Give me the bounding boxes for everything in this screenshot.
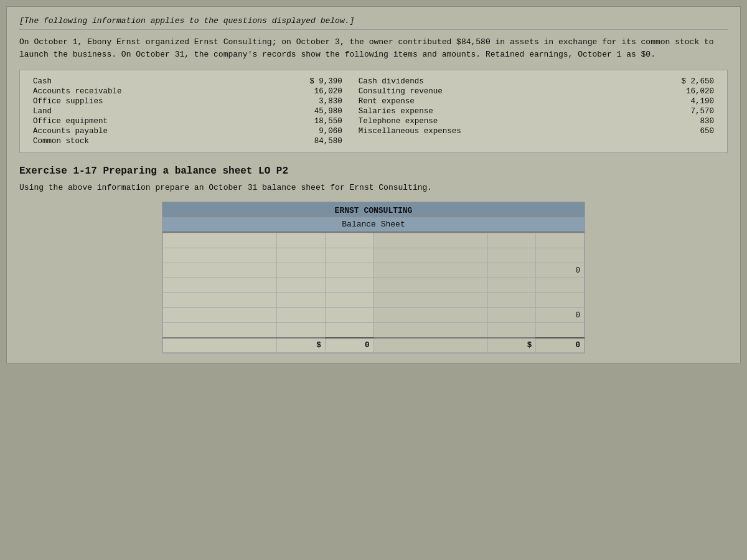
bs-cell-amount-right[interactable] <box>536 233 585 248</box>
bs-cell-amount[interactable] <box>325 278 374 293</box>
bs-cell-mid[interactable] <box>277 308 326 323</box>
table-row: Common stock 84,580 <box>29 136 718 146</box>
bs-cell-mid[interactable] <box>277 248 326 263</box>
bs-cell-label[interactable] <box>163 233 277 248</box>
bs-cell-amount[interactable] <box>325 323 374 338</box>
bs-row <box>163 248 585 263</box>
description-content: On October 1, Ebony Ernst organized Erns… <box>19 37 714 59</box>
item-amount: 650 <box>621 126 718 136</box>
item-label: Miscellaneous expenses <box>346 126 621 136</box>
bs-cell-mid[interactable] <box>277 263 326 278</box>
bs-total-dollar[interactable]: $ <box>277 338 326 353</box>
bs-total-value-right[interactable]: 0 <box>536 338 585 353</box>
bs-total-label[interactable] <box>163 338 277 353</box>
bs-row <box>163 233 585 248</box>
item-amount: 45,980 <box>250 106 346 116</box>
bs-cell-mid-right[interactable] <box>487 293 536 308</box>
item-amount: 16,020 <box>250 86 346 96</box>
bs-cell-amount[interactable] <box>325 248 374 263</box>
bs-row <box>163 293 585 308</box>
item-label: Cash dividends <box>346 77 621 86</box>
items-table: Cash $ 9,390 Cash dividends $ 2,650 Acco… <box>29 77 718 146</box>
item-amount: 84,580 <box>250 136 346 146</box>
bs-cell-label[interactable] <box>163 248 277 263</box>
balance-sheet-container: ERNST CONSULTING Balance Sheet <box>162 202 585 353</box>
table-row: Office supplies 3,830 Rent expense 4,190 <box>29 96 718 106</box>
item-amount <box>621 136 718 146</box>
item-amount: 16,020 <box>621 86 718 96</box>
bs-cell-label-right[interactable] <box>374 308 487 323</box>
bs-cell-label[interactable] <box>163 278 277 293</box>
bs-cell-label-right[interactable] <box>374 248 487 263</box>
item-label: Rent expense <box>346 96 621 106</box>
bs-cell-amount[interactable] <box>325 293 374 308</box>
bs-total-label-right[interactable] <box>374 338 487 353</box>
bs-cell-mid[interactable] <box>277 278 326 293</box>
item-amount: 3,830 <box>250 96 346 106</box>
item-label: Accounts receivable <box>29 86 250 96</box>
bs-cell-label-right[interactable] <box>374 278 487 293</box>
bs-cell-amount-right[interactable]: 0 <box>536 263 585 278</box>
item-amount: $ 2,650 <box>621 77 718 86</box>
item-amount: 18,550 <box>250 116 346 126</box>
bs-cell-mid-right[interactable] <box>487 323 536 338</box>
bs-cell-mid-right[interactable] <box>487 263 536 278</box>
bs-cell-label-right[interactable] <box>374 263 487 278</box>
item-label: Telephone expense <box>346 116 621 126</box>
bs-cell-label[interactable] <box>163 323 277 338</box>
item-label <box>346 136 621 146</box>
bs-cell-amount[interactable] <box>325 308 374 323</box>
main-container: [The following information applies to th… <box>6 6 741 363</box>
table-row: Cash $ 9,390 Cash dividends $ 2,650 <box>29 77 718 86</box>
item-amount: 4,190 <box>621 96 718 106</box>
item-label: Land <box>29 106 250 116</box>
bs-cell-amount-right[interactable] <box>536 248 585 263</box>
item-amount: $ 9,390 <box>250 77 346 86</box>
table-row: Accounts payable 9,060 Miscellaneous exp… <box>29 126 718 136</box>
bs-cell-label[interactable] <box>163 263 277 278</box>
table-row: Office equipment 18,550 Telephone expens… <box>29 116 718 126</box>
item-label: Common stock <box>29 136 250 146</box>
item-label: Office equipment <box>29 116 250 126</box>
exercise-title: Exercise 1-17 Preparing a balance sheet … <box>19 166 728 177</box>
bs-cell-amount-right[interactable] <box>536 323 585 338</box>
bs-row: 0 <box>163 308 585 323</box>
bs-totals-row: $ 0 $ 0 <box>163 338 585 353</box>
bs-row: 0 <box>163 263 585 278</box>
bs-cell-amount[interactable] <box>325 263 374 278</box>
item-amount: 9,060 <box>250 126 346 136</box>
bs-company-name: ERNST CONSULTING <box>162 202 585 218</box>
item-amount: 7,570 <box>621 106 718 116</box>
bs-cell-label[interactable] <box>163 293 277 308</box>
bs-cell-amount-right[interactable]: 0 <box>536 308 585 323</box>
bs-cell-mid-right[interactable] <box>487 233 536 248</box>
item-label: Accounts payable <box>29 126 250 136</box>
bs-cell-amount-right[interactable] <box>536 278 585 293</box>
bs-row <box>163 278 585 293</box>
exercise-description: Using the above information prepare an O… <box>19 183 728 192</box>
bs-cell-mid-right[interactable] <box>487 308 536 323</box>
item-label: Cash <box>29 77 250 86</box>
bs-cell-mid[interactable] <box>277 233 326 248</box>
bs-cell-label-right[interactable] <box>374 323 487 338</box>
description-text: On October 1, Ebony Ernst organized Erns… <box>19 36 728 60</box>
bs-title: Balance Sheet <box>162 218 585 233</box>
item-label: Consulting revenue <box>346 86 621 96</box>
intro-text: [The following information applies to th… <box>19 16 728 30</box>
bs-cell-mid-right[interactable] <box>487 278 536 293</box>
bs-cell-mid-right[interactable] <box>487 248 536 263</box>
bs-cell-mid[interactable] <box>277 323 326 338</box>
item-label: Salaries expense <box>346 106 621 116</box>
bs-cell-mid[interactable] <box>277 293 326 308</box>
bs-cell-label[interactable] <box>163 308 277 323</box>
bs-cell-label-right[interactable] <box>374 293 487 308</box>
item-amount: 830 <box>621 116 718 126</box>
bs-cell-amount[interactable] <box>325 233 374 248</box>
table-row: Land 45,980 Salaries expense 7,570 <box>29 106 718 116</box>
bs-cell-label-right[interactable] <box>374 233 487 248</box>
data-table-section: Cash $ 9,390 Cash dividends $ 2,650 Acco… <box>19 70 728 153</box>
bs-total-dollar-right[interactable]: $ <box>487 338 536 353</box>
bs-cell-amount-right[interactable] <box>536 293 585 308</box>
bs-row <box>163 323 585 338</box>
bs-total-value[interactable]: 0 <box>325 338 374 353</box>
